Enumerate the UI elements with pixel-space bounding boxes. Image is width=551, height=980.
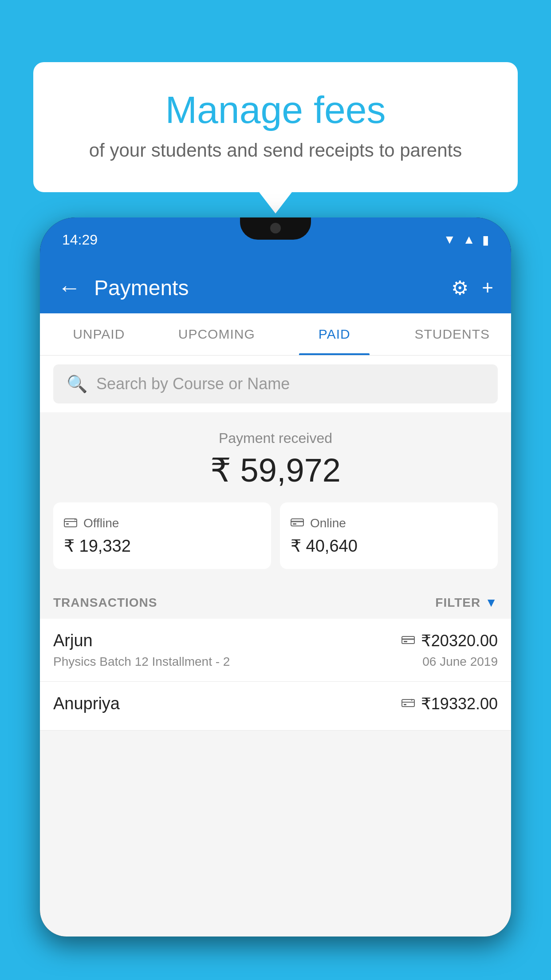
- payment-received-label: Payment received: [53, 430, 498, 447]
- transaction-row1-anupriya: Anupriya ₹19332.00: [53, 694, 498, 713]
- offline-payment-icon: [401, 695, 415, 712]
- status-icons: ▼ ▲ ▮: [444, 233, 489, 247]
- status-bar: 14:29 ▼ ▲ ▮: [40, 217, 511, 262]
- transaction-item-anupriya[interactable]: Anupriya ₹19332.00: [40, 682, 511, 731]
- offline-card-header: Offline: [64, 516, 260, 531]
- speech-bubble: Manage fees of your students and send re…: [33, 62, 518, 192]
- tab-students[interactable]: STUDENTS: [394, 313, 512, 355]
- transaction-name-arjun: Arjun: [53, 631, 93, 650]
- transaction-course-arjun: Physics Batch 12 Installment - 2: [53, 655, 230, 669]
- manage-fees-title: Manage fees: [69, 89, 482, 131]
- payment-summary: Payment received ₹ 59,972: [40, 412, 511, 582]
- search-input[interactable]: Search by Course or Name: [96, 375, 290, 393]
- transaction-amount-row-anupriya: ₹19332.00: [401, 695, 498, 713]
- transactions-header: TRANSACTIONS FILTER ▼: [40, 582, 511, 619]
- tab-paid[interactable]: PAID: [276, 313, 394, 355]
- transaction-amount-row: ₹20320.00: [401, 632, 498, 650]
- add-button[interactable]: +: [482, 277, 493, 299]
- svg-rect-11: [404, 704, 406, 705]
- transaction-name-anupriya: Anupriya: [53, 694, 120, 713]
- transaction-row1: Arjun ₹20320.00: [53, 631, 498, 650]
- signal-icon: ▲: [463, 233, 475, 247]
- filter-button[interactable]: FILTER ▼: [435, 596, 498, 610]
- transaction-amount-arjun: ₹20320.00: [421, 632, 498, 650]
- online-card: Online ₹ 40,640: [280, 502, 498, 569]
- transaction-date-arjun: 06 June 2019: [422, 655, 498, 669]
- notch: [240, 217, 311, 240]
- header-title: Payments: [94, 276, 451, 300]
- header-actions: ⚙ +: [451, 277, 493, 299]
- search-icon: 🔍: [67, 374, 87, 394]
- wifi-icon: ▼: [444, 233, 456, 247]
- phone: 14:29 ▼ ▲ ▮ ← Payments ⚙ + UNPAID UPCOM: [40, 217, 511, 937]
- battery-icon: ▮: [482, 233, 489, 247]
- online-label: Online: [310, 516, 346, 530]
- tab-upcoming[interactable]: UPCOMING: [158, 313, 276, 355]
- online-card-header: Online: [291, 516, 487, 531]
- offline-card: Offline ₹ 19,332: [53, 502, 271, 569]
- svg-rect-9: [402, 699, 414, 707]
- tab-unpaid[interactable]: UNPAID: [40, 313, 158, 355]
- manage-fees-subtitle: of your students and send receipts to pa…: [69, 140, 482, 161]
- svg-rect-8: [404, 641, 407, 642]
- payment-total-amount: ₹ 59,972: [53, 451, 498, 489]
- filter-label: FILTER: [435, 596, 480, 610]
- transaction-item-arjun[interactable]: Arjun ₹20320.00 Physics Batch 1: [40, 619, 511, 682]
- transaction-row2: Physics Batch 12 Installment - 2 06 June…: [53, 655, 498, 669]
- phone-container: 14:29 ▼ ▲ ▮ ← Payments ⚙ + UNPAID UPCOM: [40, 217, 511, 980]
- search-bar[interactable]: 🔍 Search by Course or Name: [53, 364, 498, 403]
- app-header: ← Payments ⚙ +: [40, 262, 511, 313]
- svg-rect-6: [402, 636, 414, 644]
- filter-icon: ▼: [485, 596, 498, 610]
- camera: [270, 223, 281, 233]
- online-icon: [291, 516, 304, 531]
- app-screen: ← Payments ⚙ + UNPAID UPCOMING PAID STUD…: [40, 262, 511, 937]
- offline-label: Offline: [83, 516, 119, 530]
- search-container: 🔍 Search by Course or Name: [40, 356, 511, 412]
- speech-bubble-container: Manage fees of your students and send re…: [33, 62, 518, 192]
- svg-rect-3: [291, 519, 303, 526]
- tabs: UNPAID UPCOMING PAID STUDENTS: [40, 313, 511, 356]
- svg-rect-5: [293, 523, 296, 525]
- payment-cards: Offline ₹ 19,332: [53, 502, 498, 569]
- svg-rect-2: [66, 523, 69, 525]
- online-payment-icon: [401, 632, 415, 649]
- transactions-label: TRANSACTIONS: [53, 596, 157, 610]
- back-button[interactable]: ←: [58, 274, 81, 301]
- transaction-amount-anupriya: ₹19332.00: [421, 695, 498, 713]
- settings-button[interactable]: ⚙: [451, 277, 468, 299]
- offline-icon: [64, 516, 77, 531]
- online-amount: ₹ 40,640: [291, 536, 487, 556]
- offline-amount: ₹ 19,332: [64, 536, 260, 556]
